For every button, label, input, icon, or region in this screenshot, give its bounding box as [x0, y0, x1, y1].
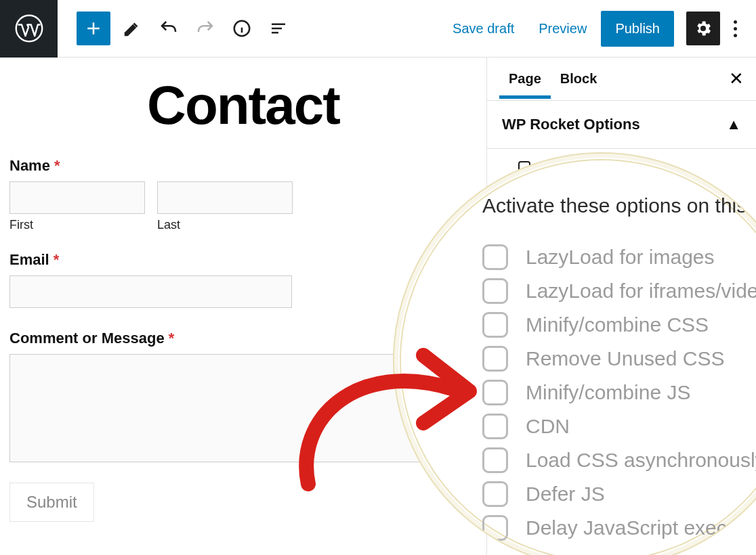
zoom-option[interactable]: Minify/combine CSS: [482, 312, 756, 338]
preview-button[interactable]: Preview: [528, 13, 597, 45]
checkbox-icon[interactable]: [482, 447, 508, 473]
list-view-icon[interactable]: [264, 14, 293, 43]
first-name-sublabel: First: [9, 218, 145, 232]
editor-toolbar: Save draft Preview Publish: [0, 0, 756, 58]
save-draft-button[interactable]: Save draft: [442, 13, 524, 45]
checkbox-icon[interactable]: [482, 244, 508, 270]
checkbox-icon[interactable]: [482, 414, 508, 439]
sidebar-tabs: Page Block ✕: [487, 58, 756, 101]
zoom-option-label: CDN: [526, 415, 570, 438]
zoom-options-list: LazyLoad for imagesLazyLoad for iframes/…: [482, 244, 756, 541]
email-label-text: Email: [9, 251, 49, 268]
checkbox-icon[interactable]: [482, 481, 508, 507]
zoom-option[interactable]: CDN: [482, 414, 756, 439]
zoom-option[interactable]: LazyLoad for iframes/videos: [482, 278, 756, 304]
required-marker: *: [54, 251, 60, 268]
wp-rocket-panel-header[interactable]: WP Rocket Options ▲: [487, 101, 756, 149]
zoom-option[interactable]: Load CSS asynchronously: [482, 447, 756, 473]
name-field-label: Name *: [9, 157, 477, 175]
zoom-option[interactable]: LazyLoad for images: [482, 244, 756, 270]
last-name-input[interactable]: [157, 181, 293, 214]
zoom-option[interactable]: Remove Unused CSS: [482, 346, 756, 372]
zoom-option-label: Minify/combine JS: [526, 381, 690, 404]
zoom-option-label: Load CSS asynchronously: [526, 449, 756, 472]
name-label-text: Name: [9, 157, 50, 174]
zoom-option[interactable]: Minify/combine JS: [482, 380, 756, 405]
toolbar-right-group: Save draft Preview Publish: [442, 11, 756, 47]
checkbox-icon[interactable]: [482, 346, 508, 372]
close-sidebar-icon[interactable]: ✕: [729, 68, 744, 89]
svg-point-0: [16, 16, 42, 42]
zoom-heading: Activate these options on this post:: [482, 194, 756, 217]
email-field-label: Email *: [9, 251, 477, 269]
settings-button[interactable]: [686, 12, 720, 45]
zoom-option-label: LazyLoad for images: [526, 246, 715, 269]
last-name-sublabel: Last: [157, 218, 293, 232]
more-menu-button[interactable]: [724, 14, 747, 44]
message-label-text: Comment or Message: [9, 330, 165, 347]
edit-mode-icon[interactable]: [117, 14, 147, 43]
zoom-option-label: Remove Unused CSS: [526, 347, 724, 370]
tab-block[interactable]: Block: [551, 59, 606, 99]
info-icon[interactable]: [227, 14, 257, 43]
zoom-option-label: LazyLoad for iframes/videos: [526, 280, 756, 303]
required-marker: *: [54, 157, 60, 174]
zoom-option-label: Defer JS: [526, 483, 605, 506]
checkbox-icon[interactable]: [482, 312, 508, 338]
publish-button[interactable]: Publish: [601, 11, 674, 47]
chevron-up-icon: ▲: [726, 116, 741, 133]
redo-icon[interactable]: [190, 14, 220, 43]
add-block-button[interactable]: [77, 12, 110, 45]
toolbar-left-group: [58, 12, 293, 45]
zoom-option[interactable]: Defer JS: [482, 481, 756, 507]
first-name-input[interactable]: [9, 181, 145, 214]
panel-title-text: WP Rocket Options: [502, 116, 640, 133]
zoom-option-label: Minify/combine CSS: [526, 313, 709, 336]
checkbox-icon[interactable]: [482, 380, 508, 405]
tab-page[interactable]: Page: [499, 59, 551, 99]
email-input[interactable]: [9, 275, 292, 308]
checkbox-icon[interactable]: [482, 278, 508, 304]
wordpress-logo[interactable]: [0, 0, 58, 58]
submit-button[interactable]: Submit: [9, 483, 94, 522]
page-title[interactable]: Contact: [9, 58, 477, 157]
required-marker: *: [169, 330, 175, 347]
undo-icon[interactable]: [154, 14, 184, 43]
